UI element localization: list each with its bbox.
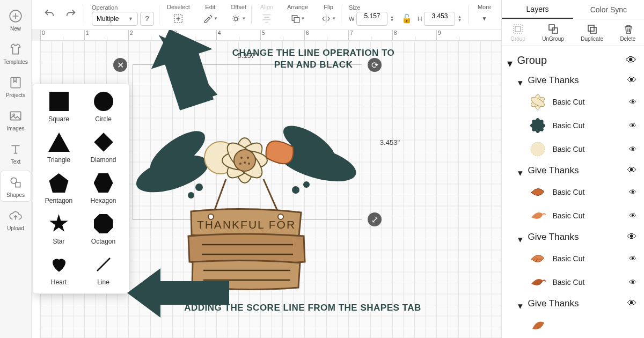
align-group[interactable]: Align [254,0,280,30]
svg-rect-40 [549,25,554,30]
nav-item-upload[interactable]: Upload [0,204,31,235]
svg-rect-1 [11,77,20,88]
bookmark-icon [8,75,23,90]
width-input[interactable]: 5.157 [356,12,387,26]
visibility-icon[interactable]: 👁 [629,254,636,263]
deselect-label: Deselect [167,4,190,10]
resize-handle[interactable]: ⤢ [368,212,382,226]
flip-group[interactable]: Flip ▼ [316,0,341,30]
action-delete[interactable]: Delete [620,23,635,42]
layer-group-root[interactable]: ▾Group👁 [502,49,644,71]
annotation-arrow-bottom [127,266,235,325]
visibility-icon[interactable]: 👁 [629,145,636,153]
shape-square[interactable]: Square [36,92,81,123]
ungroup-icon [547,23,559,35]
shape-star[interactable]: Star [36,214,81,245]
caret-down-icon: ▾ [518,167,524,174]
shape-hexagon[interactable]: Hexagon [81,173,126,204]
nav-item-text[interactable]: Text [0,137,31,168]
trash-icon [622,23,634,35]
tab-colorsync[interactable]: Color Sync [573,0,644,19]
operation-help-button[interactable]: ? [140,12,154,26]
flip-icon: ▼ [321,11,336,26]
layer-group[interactable]: ▾Give Thanks👁 [502,227,644,247]
svg-rect-39 [515,26,521,32]
size-label: Size [349,4,360,11]
tshirt-icon [8,42,23,57]
layer-item[interactable]: Basic Cut👁 [502,90,644,114]
layer-swatch [529,116,547,135]
layer-item[interactable]: Basic Cut👁 [502,180,644,204]
svg-marker-36 [141,30,225,115]
layer-item[interactable]: Basic Cut👁 [502,137,644,161]
visibility-icon[interactable]: 👁 [629,98,636,106]
shape-line[interactable]: Line [81,255,126,286]
layer-list[interactable]: ▾Group👁 ▾Give Thanks👁 Basic Cut👁 Basic C… [502,46,644,338]
shapes-popover: Square Circle Triangle Diamond Pentagon … [33,84,129,294]
shape-octagon[interactable]: Octagon [81,214,126,245]
shape-heart[interactable]: Heart [36,255,81,286]
nav-item-images[interactable]: Images [0,104,31,135]
layer-group[interactable]: ▾Give Thanks👁 [502,71,644,90]
deselect-group[interactable]: Deselect [162,0,195,30]
offset-label: Offset [231,4,246,10]
layer-swatch [529,140,547,158]
layer-swatch [529,207,547,225]
layer-item[interactable]: Basic Cut👁 [502,270,644,294]
action-duplicate[interactable]: Duplicate [581,23,603,42]
arrange-group[interactable]: Arrange ▼ [282,0,313,30]
nav-item-templates[interactable]: Templates [0,38,31,69]
edit-group[interactable]: Edit ▼ [197,0,223,30]
layer-group[interactable]: ▾Give Thanks👁 [502,294,644,313]
delete-handle[interactable]: ✕ [113,58,127,72]
visibility-icon[interactable]: 👁 [629,188,636,196]
width-stepper[interactable]: ▲▼ [390,16,396,22]
visibility-icon[interactable]: 👁 [629,278,636,286]
undo-icon[interactable] [43,8,55,22]
nav-item-shapes[interactable]: Shapes [0,171,31,202]
visibility-icon[interactable]: 👁 [627,165,636,176]
visibility-icon[interactable]: 👁 [629,121,636,130]
nav-item-projects[interactable]: Projects [0,71,31,102]
layer-group[interactable]: ▾Give Thanks👁 [502,161,644,180]
nav-label: Shapes [6,192,25,198]
layer-item[interactable]: Basic Cut👁 [502,247,644,270]
visibility-icon[interactable]: 👁 [627,75,636,86]
tab-layers[interactable]: Layers [502,0,573,19]
more-group[interactable]: More ▼ [471,0,497,30]
duplicate-icon [586,23,598,35]
action-ungroup[interactable]: UnGroup [542,23,564,42]
undo-redo-group [36,0,84,30]
redo-icon[interactable] [65,8,77,22]
shape-pentagon[interactable]: Pentagon [36,173,81,204]
lock-icon[interactable]: 🔓 [401,13,412,24]
nav-item-new[interactable]: New [0,4,31,35]
canvas[interactable]: 01 23 45 67 89 1 [32,30,501,338]
shape-triangle[interactable]: Triangle [36,133,81,164]
shape-circle[interactable]: Circle [81,92,126,123]
height-stepper[interactable]: ▲▼ [457,16,464,22]
svg-point-22 [234,150,255,171]
layer-actions: Group UnGroup Duplicate Delete [502,19,644,46]
height-input[interactable]: 3.453 [424,12,455,26]
caret-down-icon: ▾ [518,234,524,240]
operation-group: Operation Multiple▼ ? [86,0,159,30]
layer-item[interactable]: Basic Cut👁 [502,114,644,137]
visibility-icon[interactable]: 👁 [627,298,636,309]
operation-dropdown[interactable]: Multiple▼ [92,12,138,26]
layer-item[interactable]: Basic Cut👁 [502,204,644,227]
visibility-icon[interactable]: 👁 [626,54,636,67]
action-group[interactable]: Group [510,23,525,42]
main-area: Operation Multiple▼ ? Deselect Edit ▼ Of… [32,0,501,338]
shape-diamond[interactable]: Diamond [81,133,126,164]
width-letter: W [349,16,354,22]
right-panel: Layers Color Sync Group UnGroup Duplicat… [501,0,644,338]
size-group: Size W 5.157 ▲▼ 🔓 H 3.453 ▲▼ [343,0,469,30]
layer-item[interactable] [502,313,644,337]
svg-point-27 [248,163,250,165]
visibility-icon[interactable]: 👁 [629,211,636,220]
visibility-icon[interactable]: 👁 [627,232,636,243]
svg-point-16 [303,181,310,188]
svg-point-6 [235,17,238,20]
offset-group[interactable]: Offset ▼ [225,0,252,30]
